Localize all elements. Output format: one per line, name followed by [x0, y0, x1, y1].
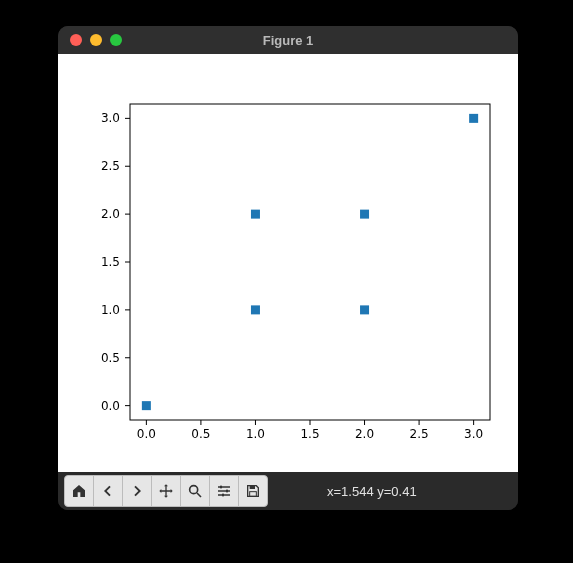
plot-canvas[interactable]: 0.00.51.01.52.02.53.00.00.51.01.52.02.53…: [58, 54, 518, 472]
scatter-chart: 0.00.51.01.52.02.53.00.00.51.01.52.02.53…: [58, 54, 518, 472]
x-tick-label: 3.0: [464, 427, 483, 441]
titlebar[interactable]: Figure 1: [58, 26, 518, 54]
data-point: [469, 114, 478, 123]
close-icon[interactable]: [70, 34, 82, 46]
svg-rect-16: [220, 486, 222, 489]
figure-window: Figure 1 0.00.51.01.52.02.53.00.00.51.01…: [58, 26, 518, 510]
y-tick-label: 1.0: [101, 303, 120, 317]
save-icon: [245, 483, 261, 499]
x-tick-label: 1.5: [300, 427, 319, 441]
svg-rect-17: [226, 490, 228, 493]
configure-button[interactable]: [209, 475, 239, 507]
window-title: Figure 1: [58, 33, 518, 48]
cursor-coords: x=1.544 y=0.41: [327, 484, 417, 499]
nav-toolbar: x=1.544 y=0.41: [58, 472, 518, 510]
svg-rect-0: [130, 104, 490, 420]
y-tick-label: 0.5: [101, 351, 120, 365]
arrow-left-icon: [100, 483, 116, 499]
back-button[interactable]: [93, 475, 123, 507]
zoom-button[interactable]: [180, 475, 210, 507]
x-tick-label: 0.5: [191, 427, 210, 441]
x-tick-label: 0.0: [137, 427, 156, 441]
svg-rect-20: [250, 492, 257, 497]
y-tick-label: 0.0: [101, 399, 120, 413]
y-tick-label: 1.5: [101, 255, 120, 269]
data-point: [251, 305, 260, 314]
data-point: [360, 305, 369, 314]
svg-point-15: [190, 486, 198, 494]
home-icon: [71, 483, 87, 499]
window-controls: [58, 34, 122, 46]
zoom-icon[interactable]: [110, 34, 122, 46]
data-point: [142, 401, 151, 410]
data-point: [251, 210, 260, 219]
home-button[interactable]: [64, 475, 94, 507]
x-tick-label: 1.0: [246, 427, 265, 441]
sliders-icon: [216, 483, 232, 499]
forward-button[interactable]: [122, 475, 152, 507]
y-tick-label: 2.5: [101, 159, 120, 173]
svg-rect-18: [222, 494, 224, 497]
save-button[interactable]: [238, 475, 268, 507]
x-tick-label: 2.0: [355, 427, 374, 441]
y-tick-label: 3.0: [101, 111, 120, 125]
pan-button[interactable]: [151, 475, 181, 507]
move-icon: [158, 483, 174, 499]
magnify-icon: [187, 483, 203, 499]
arrow-right-icon: [129, 483, 145, 499]
y-tick-label: 2.0: [101, 207, 120, 221]
data-point: [360, 210, 369, 219]
x-tick-label: 2.5: [410, 427, 429, 441]
svg-rect-19: [250, 486, 255, 489]
minimize-icon[interactable]: [90, 34, 102, 46]
